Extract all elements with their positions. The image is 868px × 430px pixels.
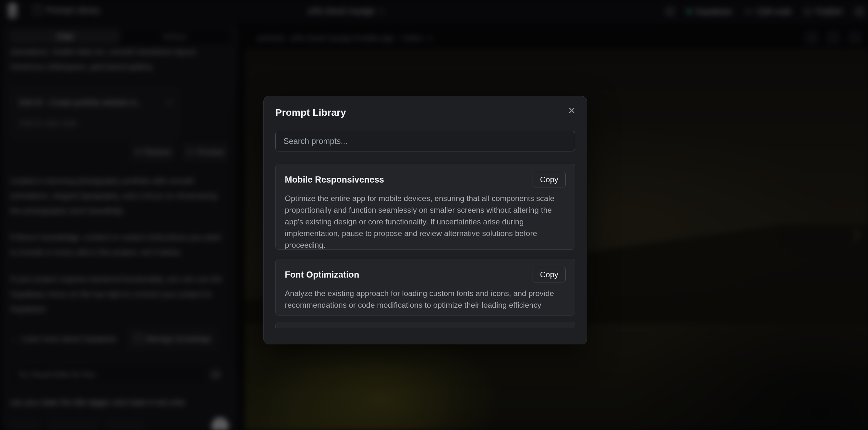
search-input[interactable] [275, 131, 575, 151]
prompt-list[interactable]: Mobile Responsiveness Copy Optimize the … [275, 164, 575, 328]
prompt-title: Mobile Responsiveness [285, 175, 384, 185]
prompt-body: Optimize the entire app for mobile devic… [285, 193, 566, 250]
modal-title: Prompt Library [275, 106, 346, 119]
prompt-library-modal: Prompt Library × Mobile Responsiveness C… [264, 96, 587, 344]
modal-header: Prompt Library × [275, 106, 575, 119]
prompt-card-font-optimization: Font Optimization Copy Analyze the exist… [275, 259, 575, 315]
close-icon[interactable]: × [568, 105, 575, 116]
copy-button[interactable]: Copy [533, 172, 566, 187]
prompt-card-partial [275, 322, 575, 328]
prompt-card-header: Mobile Responsiveness Copy [285, 172, 566, 187]
prompt-card-header: Font Optimization Copy [285, 267, 566, 282]
prompt-body: Analyze the existing approach for loadin… [285, 288, 566, 311]
prompt-card-mobile-responsiveness: Mobile Responsiveness Copy Optimize the … [275, 164, 575, 250]
prompt-title: Font Optimization [285, 270, 359, 280]
app-root: Prompt Library urfa cloud voyage Supabas… [0, 0, 868, 430]
copy-button[interactable]: Copy [533, 267, 566, 282]
